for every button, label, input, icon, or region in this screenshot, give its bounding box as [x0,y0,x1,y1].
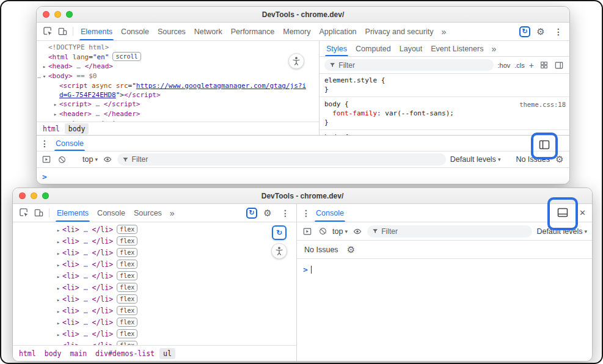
code-line[interactable]: font-family: var(--font-sans); [320,109,569,118]
expand-arrow-icon[interactable]: ▸ [54,306,62,317]
stylesheet-source-link[interactable]: theme.css:18 [519,100,566,109]
code-line[interactable]: ▸<li> … </li>flex [13,294,296,305]
code-line[interactable]: ▸<li> … </li>flex [13,224,296,236]
clear-console-icon[interactable] [56,152,67,167]
elements-dom-tree[interactable]: ↻ ▸<li> … </li>flex▸<li> … </li>flex▸<li… [13,222,296,345]
minimize-traffic-light[interactable] [31,192,37,199]
panel-tab[interactable]: Console [93,204,130,222]
breadcrumb-item[interactable]: html [15,348,40,359]
titlebar[interactable]: DevTools - chrome.dev/ [13,188,592,204]
more-sidebar-tabs-icon[interactable]: » [488,41,500,56]
expand-arrow-icon[interactable]: ▸ [51,100,59,109]
zoom-traffic-light[interactable] [66,11,73,18]
code-line[interactable]: <html lang="en"scroll [37,52,319,62]
expand-arrow-icon[interactable]: ▸ [51,110,59,119]
breadcrumb-item[interactable]: html [39,123,64,134]
code-line[interactable]: d=G-754F24EHD8"></script> [37,90,319,100]
code-line[interactable]: } [320,118,569,127]
node-menu-dots-icon[interactable]: … [37,71,41,81]
titlebar[interactable]: DevTools - chrome.dev/ [37,7,569,23]
expand-arrow-icon[interactable]: ▸ [54,260,62,271]
styles-filter[interactable] [324,59,494,71]
code-line[interactable]: ▸<head> … </head> [37,62,319,71]
grid-settings-icon[interactable] [538,58,549,73]
issues-counter[interactable]: No Issues [304,246,338,254]
panel-tab[interactable]: Network [190,23,227,40]
console-filter-input[interactable] [132,155,441,164]
elements-dom-tree[interactable]: <!DOCTYPE html><html lang="en"scroll▸<he… [37,41,319,122]
expand-arrow-icon[interactable]: ▸ [54,236,62,247]
code-line[interactable]: ▸<li> … </li>flex [13,329,296,340]
code-line[interactable]: <script async src="https://www.googletag… [37,81,319,90]
panel-tab[interactable]: Memory [279,23,315,40]
code-line[interactable]: ▸<li> … </li>flex [13,317,296,329]
log-levels-selector[interactable]: Default levels ▾ [450,155,501,164]
device-toolbar-icon[interactable] [31,206,46,220]
styles-filter-input[interactable] [338,61,488,70]
sidebar-tab[interactable]: Computed [351,41,395,56]
console-sidebar-icon[interactable] [41,152,52,167]
dock-side-icon[interactable] [538,139,550,153]
drawer-menu-dots-icon[interactable]: ⋮ [39,136,50,151]
panel-tab[interactable]: Elements [76,23,117,40]
breadcrumb-item[interactable]: body [41,348,65,359]
expand-arrow-icon[interactable]: ▸ [54,283,62,294]
styles-rules[interactable]: element.style {}body {theme.css:18 font-… [320,74,569,135]
code-line[interactable]: ▸<li> … </li>flex [13,236,296,247]
code-line[interactable]: ▸<li> … </li>flex [13,259,296,271]
console-sidebar-icon[interactable] [302,224,313,239]
sidebar-tab[interactable]: Layout [395,41,427,56]
expand-arrow-icon[interactable]: ▸ [54,341,62,345]
expand-arrow-icon[interactable]: ▸ [54,248,62,259]
element-class-toggle[interactable]: .cls [514,62,525,69]
inspect-element-icon[interactable] [16,206,31,220]
console-prompt[interactable]: > [297,259,592,361]
minimize-traffic-light[interactable] [54,11,61,18]
expand-arrow-icon[interactable]: ▸ [54,329,62,340]
code-line[interactable]: ▸<li> … </li>flex [13,247,296,259]
sidebar-tab[interactable]: Styles [322,41,351,56]
extension-icon[interactable]: ↻ [246,208,257,219]
context-selector[interactable]: top ▾ [82,155,98,164]
sidebar-tab[interactable]: Event Listeners [426,41,488,56]
console-filter-input[interactable] [381,227,527,236]
more-panels-icon[interactable]: » [166,204,178,222]
settings-gear-icon[interactable]: ⚙ [533,24,548,39]
breadcrumb-item[interactable]: div#demos-list [92,348,158,359]
console-settings-gear-icon[interactable]: ⚙ [346,242,357,257]
live-expression-eye-icon[interactable] [352,224,363,239]
console-drawer-tab[interactable]: Console [51,136,88,151]
code-line[interactable]: ▸<main> … </main> [37,119,319,122]
new-style-rule-icon[interactable]: + [529,60,534,70]
code-line[interactable]: ▸<script> … </script> [37,100,319,109]
live-expression-eye-icon[interactable] [102,152,113,167]
code-line[interactable]: ▸<li> … </li>flex [13,282,296,294]
console-tab[interactable]: Console [312,204,348,222]
code-line[interactable]: ▸<li> … </li>flex [13,340,296,345]
code-line[interactable]: …▾<body> == $0 [37,71,319,81]
breadcrumb-item[interactable]: ul [159,348,175,359]
close-traffic-light[interactable] [43,11,49,18]
dock-bottom-icon[interactable] [557,206,569,221]
code-line[interactable]: ▸<header> … </header> [37,109,319,119]
panel-tab[interactable]: Application [315,23,360,40]
panel-tab[interactable]: Elements [53,204,93,222]
device-toolbar-icon[interactable] [55,24,70,39]
breadcrumb-item[interactable]: main [66,348,90,359]
code-line[interactable]: <!DOCTYPE html> [37,43,319,52]
context-selector[interactable]: top ▾ [332,227,348,236]
console-menu-dots-icon[interactable]: ⋮ [301,206,312,220]
code-line[interactable]: ▸<li> … </li>flex [13,305,296,317]
code-line[interactable]: element.style { [320,76,569,85]
zoom-traffic-light[interactable] [42,192,49,199]
expand-arrow-icon[interactable]: ▸ [54,225,62,236]
expand-arrow-icon[interactable]: ▸ [54,271,62,282]
inspect-element-icon[interactable] [40,24,55,39]
settings-gear-icon[interactable]: ⚙ [260,206,275,220]
clear-console-icon[interactable] [317,224,328,239]
breadcrumb-item[interactable]: body [65,123,89,134]
console-prompt[interactable]: > [37,168,569,184]
more-panels-icon[interactable]: » [437,23,450,40]
menu-dots-icon[interactable]: ⋮ [551,24,566,39]
expand-arrow-icon[interactable]: ▸ [40,62,48,71]
